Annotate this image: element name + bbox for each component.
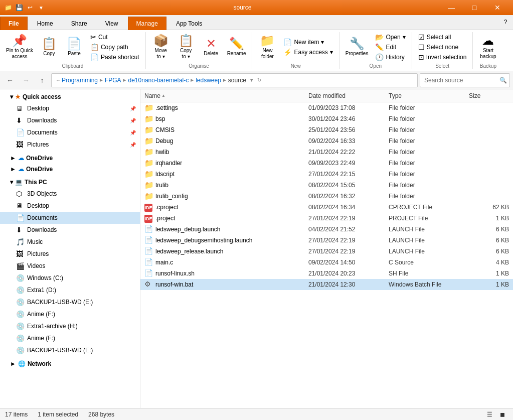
breadcrumb-ledsweep[interactable]: ledsweep [196, 77, 221, 84]
sidebar-item-videos[interactable]: 🎬 Videos [0, 260, 140, 272]
file-name-cell: ledsweep_debug.launch [155, 226, 308, 233]
copy-to-button[interactable]: 📋 Copyto ▾ [174, 33, 198, 62]
copy-path-button[interactable]: 📋 Copy path [87, 42, 142, 52]
paste-shortcut-button[interactable]: 📄 Paste shortcut [87, 52, 142, 62]
sidebar-item-anime-f2[interactable]: 💿 Anime (F:) [0, 332, 140, 344]
col-header-type[interactable]: Type [389, 92, 469, 99]
open-button[interactable]: 📂 Open ▾ [372, 32, 408, 42]
sidebar-item-documents-pc[interactable]: 📄 Documents [0, 212, 140, 224]
tab-file[interactable]: File [0, 17, 28, 30]
undo-icon[interactable]: ↩ [26, 4, 34, 12]
help-button[interactable]: ? [498, 15, 513, 30]
onedrive-header-1[interactable]: ► ☁ OneDrive [0, 153, 140, 164]
col-header-date[interactable]: Date modified [308, 92, 389, 99]
properties-button[interactable]: 🔧 Properties [343, 36, 372, 59]
sidebar-item-extra1-d[interactable]: 💿 Extra1 (D:) [0, 284, 140, 296]
start-backup-button[interactable]: ☁ Startbackup [476, 33, 500, 62]
sidebar-item-downloads[interactable]: ⬇ Downloads 📌 [0, 114, 140, 126]
table-row[interactable]: 📁 Debug 09/02/2024 16:33 File folder [140, 135, 513, 147]
select-all-icon: ☑ [418, 33, 425, 41]
col-name-sort-icon: ▲ [161, 93, 165, 98]
new-item-button[interactable]: 📄 New item ▾ [280, 37, 335, 47]
this-pc-header[interactable]: ▾ 💻 This PC [0, 177, 140, 188]
tab-share[interactable]: Share [63, 17, 96, 30]
tab-view[interactable]: View [97, 17, 127, 30]
table-row[interactable]: 📄 ledsweep_release.launch 27/01/2024 22:… [140, 246, 513, 257]
file-icon-cell: ⚙ [144, 280, 153, 289]
edit-button[interactable]: ✏️ Edit [372, 42, 408, 52]
onedrive-header-2[interactable]: ► ☁ OneDrive [0, 164, 140, 175]
move-to-button[interactable]: 📦 Moveto ▾ [149, 33, 173, 62]
delete-button[interactable]: ✕ Delete [199, 36, 223, 59]
table-row[interactable]: 📄 ledsweep_debug.launch 04/02/2024 21:52… [140, 224, 513, 235]
paste-button[interactable]: 📄 Paste [62, 36, 86, 59]
up-button[interactable]: ↑ [35, 73, 49, 87]
sidebar-item-backup-e[interactable]: 💿 BACKUP1-USB-WD (E:) [0, 296, 140, 308]
sidebar-item-extra1-archive-h[interactable]: 💿 Extra1-archive (H:) [0, 320, 140, 332]
breadcrumb-refresh[interactable]: ↻ [257, 77, 261, 83]
back-button[interactable]: ← [3, 73, 17, 87]
breadcrumb-de10nano[interactable]: de10nano-baremetal-c [128, 77, 189, 84]
maximize-button[interactable]: □ [463, 0, 486, 15]
tab-home[interactable]: Home [29, 17, 62, 30]
sidebar-item-backup-e2[interactable]: 💿 BACKUP1-USB-WD (E:) [0, 344, 140, 356]
details-view-button[interactable]: ☰ [484, 409, 495, 420]
search-box[interactable]: 🔍 [420, 73, 510, 87]
table-row[interactable]: 📁 irqhandler 09/09/2023 22:49 File folde… [140, 158, 513, 169]
rename-button[interactable]: ✏️ Rename [224, 36, 249, 59]
sidebar-item-downloads-pc[interactable]: ⬇ Downloads [0, 224, 140, 236]
table-row[interactable]: ⚙ runsof-win.bat 21/01/2024 12:30 Window… [140, 279, 513, 290]
col-date-label: Date modified [308, 92, 346, 99]
easy-access-button[interactable]: ⚡ Easy access ▾ [280, 47, 335, 57]
select-all-button[interactable]: ☑ Select all [415, 32, 470, 42]
sidebar-item-pictures-pc[interactable]: 🖼 Pictures [0, 248, 140, 260]
table-row[interactable]: 📁 trulib 08/02/2024 15:05 File folder [140, 180, 513, 191]
dropdown-icon[interactable]: ▼ [37, 4, 45, 12]
nav-bar: ← → ↑ ← Programming ► FPGA ► de10nano-ba… [0, 71, 513, 89]
table-row[interactable]: 📄 ledsweep_debugsemihosting.launch 27/01… [140, 235, 513, 246]
sidebar-item-pictures[interactable]: 🖼 Pictures 📌 [0, 138, 140, 151]
close-button[interactable]: ✕ [486, 0, 509, 15]
table-row[interactable]: IDE .cproject 08/02/2024 16:34 CPROJECT … [140, 202, 513, 213]
sidebar-item-windows-c[interactable]: 💿 Windows (C:) [0, 272, 140, 284]
sidebar-item-documents[interactable]: 📄 Documents 📌 [0, 126, 140, 138]
table-row[interactable]: 📁 ldscript 27/01/2024 22:15 File folder [140, 169, 513, 180]
network-header[interactable]: ► 🌐 Network [0, 358, 140, 369]
sidebar-item-music[interactable]: 🎵 Music [0, 236, 140, 248]
cut-button[interactable]: ✂ Cut [87, 32, 142, 42]
delete-icon: ✕ [206, 38, 216, 50]
history-button[interactable]: 🕐 History [372, 52, 408, 62]
sidebar-item-3d-objects[interactable]: ⬡ 3D Objects [0, 188, 140, 200]
large-icons-view-button[interactable]: ◼ [497, 409, 508, 420]
select-none-button[interactable]: ☐ Select none [415, 42, 470, 52]
quick-access-header[interactable]: ▾ ★ Quick access [0, 91, 140, 102]
pin-to-quick-access-button[interactable]: 📌 Pin to Quickaccess [3, 33, 36, 62]
table-row[interactable]: 📄 runsof-linux.sh 21/01/2024 20:23 SH Fi… [140, 268, 513, 279]
copy-button[interactable]: 📋 Copy [37, 36, 61, 59]
new-folder-button[interactable]: 📁 Newfolder [255, 33, 279, 62]
tab-app-tools[interactable]: App Tools [167, 17, 211, 30]
invert-selection-button[interactable]: ⊡ Invert selection [415, 52, 470, 62]
table-row[interactable]: 📁 bsp 30/01/2024 23:46 File folder [140, 113, 513, 124]
sidebar-item-desktop[interactable]: 🖥 Desktop 📌 [0, 102, 140, 114]
breadcrumb-programming[interactable]: Programming [62, 77, 98, 84]
table-row[interactable]: 📁 CMSIS 25/01/2024 23:56 File folder [140, 124, 513, 135]
search-input[interactable] [424, 77, 499, 84]
table-row[interactable]: 📄 main.c 09/02/2024 14:50 C Source 4 KB [140, 257, 513, 268]
sidebar-desktop-pc-label: Desktop [27, 202, 136, 209]
col-header-name[interactable]: Name ▲ [144, 92, 308, 99]
sidebar-item-desktop-pc[interactable]: 🖥 Desktop [0, 200, 140, 212]
sidebar-downloads-label: Downloads [27, 117, 127, 124]
sidebar-item-anime-f[interactable]: 💿 Anime (F:) [0, 308, 140, 320]
breadcrumb-fpga[interactable]: FPGA [105, 77, 121, 84]
breadcrumb-dropdown[interactable]: ▼ [249, 77, 254, 83]
save-icon[interactable]: 💾 [15, 4, 23, 12]
table-row[interactable]: 📁 .settings 01/09/2023 17:08 File folder [140, 102, 513, 113]
table-row[interactable]: IDE .project 27/01/2024 22:19 PROJECT Fi… [140, 213, 513, 224]
minimize-button[interactable]: — [440, 0, 463, 15]
table-row[interactable]: 📁 hwlib 21/01/2024 22:22 File folder [140, 147, 513, 158]
table-row[interactable]: 📁 trulib_config 08/02/2024 16:32 File fo… [140, 191, 513, 202]
forward-button[interactable]: → [19, 73, 33, 87]
col-header-size[interactable]: Size [469, 92, 509, 99]
tab-manage[interactable]: Manage [128, 17, 166, 30]
